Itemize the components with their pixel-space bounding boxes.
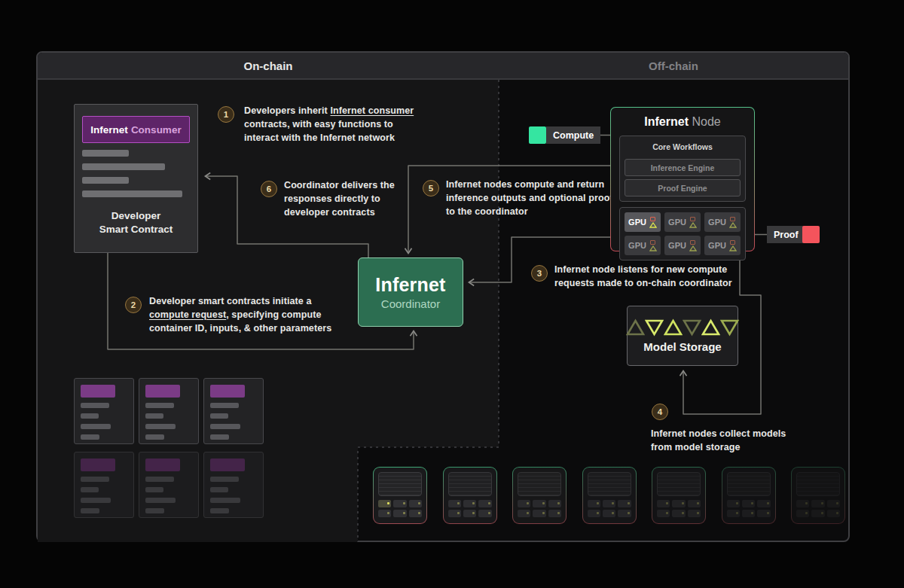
mini-workflows-panel <box>518 472 561 496</box>
mini-gpu-chip <box>448 510 461 517</box>
chip-triangle-icon <box>689 245 697 251</box>
code-skeleton-bar <box>82 190 182 197</box>
code-skeleton-bar <box>145 403 174 408</box>
code-skeleton-bar <box>82 177 129 184</box>
chip-dot-icon <box>697 502 699 504</box>
chip-dot-icon <box>805 502 808 504</box>
chip-dot-icon <box>736 502 738 504</box>
gpu-label: GPU <box>628 241 646 250</box>
infernet-node-box: Infernet Node Core Workflows Inference E… <box>610 107 755 251</box>
chip-dot-icon <box>457 512 460 514</box>
mini-gpu-chip <box>757 500 770 507</box>
chip-dot-icon <box>527 512 529 514</box>
mini-node-card <box>652 467 706 524</box>
gpu-chip: GPU <box>704 236 741 255</box>
gpu-chip: GPU <box>664 236 701 255</box>
gpu-chip: GPU <box>664 212 701 232</box>
chip-dot-icon <box>387 512 389 514</box>
mini-gpu-chip <box>657 510 670 517</box>
code-skeleton-bar <box>81 424 111 429</box>
mini-gpu-chip <box>463 510 476 517</box>
mini-gpu-chip <box>618 500 631 507</box>
code-skeleton-bar <box>145 487 163 492</box>
consumer-caption: Developer Smart Contract <box>82 209 190 236</box>
triangle-up-icon <box>626 318 645 337</box>
mini-gpu-chip <box>478 510 491 517</box>
code-skeleton-bar <box>210 434 229 440</box>
chip-dot-icon <box>557 502 560 504</box>
mini-gpu-chip <box>618 510 631 517</box>
mini-gpu-grid <box>796 500 840 517</box>
step-2-text: Developer smart contracts initiate a com… <box>149 295 351 335</box>
chip-dot-icon <box>488 512 490 514</box>
triangle-up-icon <box>664 318 683 337</box>
mini-gpu-chip <box>518 500 530 507</box>
chip-dot-icon <box>836 502 838 504</box>
chip-dot-icon <box>697 512 699 514</box>
gpu-label: GPU <box>708 218 726 227</box>
mini-gpu-chip <box>796 500 809 507</box>
chip-dot-icon <box>666 512 668 514</box>
mini-gpu-chip <box>478 500 491 507</box>
chip-square-icon <box>650 240 655 245</box>
chip-dot-icon <box>682 502 684 504</box>
chip-dot-icon <box>542 502 545 504</box>
mini-node-card <box>582 467 637 524</box>
node-title: Infernet Node <box>619 115 746 129</box>
chip-dot-icon <box>597 512 599 514</box>
mini-gpu-chip <box>588 510 600 517</box>
code-skeleton-bar <box>145 413 163 419</box>
mini-gpu-chip <box>518 510 530 517</box>
chip-triangle-icon <box>729 222 737 228</box>
node-cards-row <box>373 467 845 524</box>
chip-triangle-icon <box>729 245 737 251</box>
mini-gpu-chip <box>827 510 840 517</box>
mini-node-card <box>722 467 776 524</box>
mini-gpu-chip <box>811 510 824 517</box>
mini-gpu-chip <box>378 510 391 517</box>
mini-gpu-chip <box>757 510 770 517</box>
code-skeleton-bar <box>81 403 109 408</box>
step-1-text-post: contracts, with easy functions to intera… <box>244 119 395 143</box>
mini-gpu-chip <box>796 510 809 517</box>
chip-dot-icon <box>418 512 420 514</box>
chain-header: On-chain Off-chain <box>38 53 848 80</box>
chip-dot-icon <box>628 512 630 514</box>
mini-gpu-chip <box>811 500 824 507</box>
chip-dot-icon <box>751 502 753 504</box>
mini-workflows-panel <box>378 472 422 496</box>
contract-card-header <box>81 385 115 398</box>
mini-gpu-grid <box>657 500 701 517</box>
contract-card <box>74 378 134 444</box>
gpu-chip: GPU <box>625 236 661 255</box>
node-title-primary: Infernet <box>644 115 689 128</box>
chip-dot-icon <box>612 502 614 504</box>
mini-node-card <box>512 467 567 524</box>
model-storage-label: Model Storage <box>643 340 721 353</box>
code-skeleton-bar <box>210 477 239 482</box>
mini-gpu-chip <box>672 510 685 517</box>
step-1-text-pre: Developers inherit <box>244 105 330 116</box>
chip-dot-icon <box>403 512 405 514</box>
gpu-label: GPU <box>708 241 726 250</box>
mini-gpu-chip <box>448 500 461 507</box>
step-2-text-underline: compute request <box>149 309 226 320</box>
proof-accent-square <box>802 226 820 243</box>
step-2-text-pre: Developer smart contracts initiate a <box>149 296 311 306</box>
contract-card <box>74 452 134 518</box>
code-skeleton-bar <box>82 163 165 170</box>
mini-gpu-chip <box>688 510 701 517</box>
chip-square-icon <box>690 217 695 221</box>
chip-dot-icon <box>666 502 668 504</box>
step-1-text: Developers inherit Infernet consumer con… <box>244 105 422 145</box>
mini-gpu-chip <box>657 500 670 507</box>
proof-badge: Proof <box>767 226 805 243</box>
mini-gpu-chip <box>603 500 615 507</box>
contract-card-header <box>145 459 180 471</box>
mini-gpu-chip <box>588 500 600 507</box>
contract-cards-grid <box>74 378 264 518</box>
mini-workflows-panel <box>727 472 771 496</box>
chip-dot-icon <box>418 502 420 504</box>
step-4-text: Infernet nodes collect models from model… <box>651 428 800 455</box>
code-skeleton-bar <box>81 487 99 492</box>
